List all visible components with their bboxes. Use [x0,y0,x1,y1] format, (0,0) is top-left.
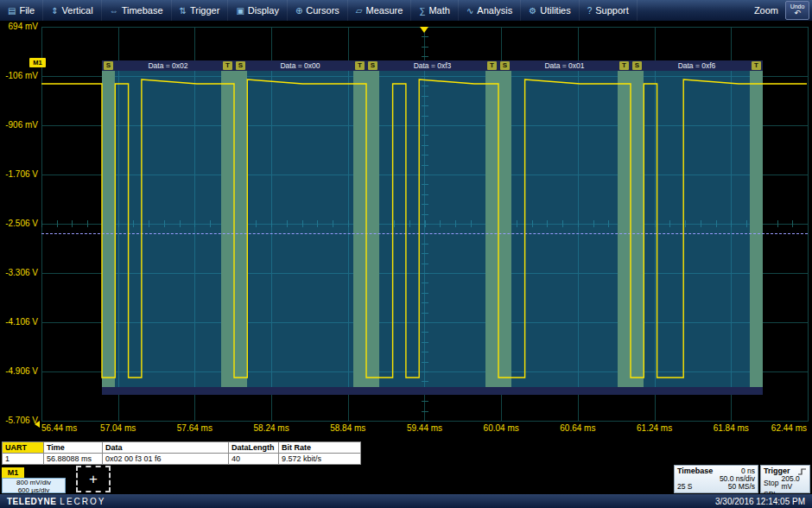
menu-item-cursors[interactable]: ⊕Cursors [288,0,348,21]
menu-item-label: File [19,5,35,16]
timebase-samples: 25 S [677,483,693,491]
x-axis-label: 59.44 ms [395,423,455,433]
trigger-icon: ⇅ [180,6,187,16]
x-axis-label: 60.04 ms [471,423,531,433]
uart-table-title: UART [3,442,44,454]
m1-descriptor-box[interactable]: 800 mV/div 600 µs/div [2,478,66,493]
y-axis-label: 694 mV [0,22,38,31]
menu-item-label: Cursors [306,5,339,16]
uart-decode-band: STData = 0x02STData = 0x00STData = 0xf3S… [102,60,763,395]
menu-item-math[interactable]: ∑Math [411,0,459,21]
m1-descriptor-tab[interactable]: M1 [2,467,24,478]
timebase-rate: 50 MS/s [728,483,755,491]
x-axis-label: 57.64 ms [164,423,225,433]
undo-button[interactable]: Undo ↶ [785,1,809,20]
menu-item-analysis[interactable]: ∿Analysis [459,0,521,21]
table-cell: 1 [3,454,44,465]
add-trace-button[interactable]: + [76,466,111,492]
decode-overlay [102,71,763,387]
menu-item-vertical[interactable]: ⇕Vertical [43,0,101,21]
menu-bar-right: Zoom Undo ↶ [754,1,812,20]
add-trace-label: + [89,471,98,488]
waveform-display[interactable]: STData = 0x02STData = 0x00STData = 0xf3S… [0,21,812,439]
menu-item-trigger[interactable]: ⇅Trigger [172,0,229,21]
trigger-panel[interactable]: Trigger Stop 205.0 mV SPI [760,465,810,493]
menu-item-measure[interactable]: ▱Measure [348,0,412,21]
menu-item-file[interactable]: ▤File [0,0,43,21]
menu-item-label: Analysis [477,5,512,16]
table-cell: 40 [229,454,279,465]
y-axis-label: -4.906 V [0,367,38,376]
menu-item-label: Display [248,5,279,16]
m1-horizontal-scale: 600 µs/div [3,487,65,495]
undo-icon: ↶ [794,10,801,17]
timebase-reference-marker [35,421,40,428]
menu-item-label: Support [595,5,629,16]
y-axis-label: -906 mV [0,121,38,130]
y-axis-label: -3.306 V [0,269,38,277]
table-header-cell: Data [103,442,229,454]
table-cell: 0x02 00 f3 01 f6 [103,454,229,465]
display-icon: ▣ [236,6,244,16]
table-header-cell: DataLength [229,442,279,454]
brand-lecroy: LECROY [60,497,105,506]
y-axis-label: -5.706 V [0,416,38,425]
timebase-panel[interactable]: Timebase 0 ns 50.0 ns/div 25 S 50 MS/s [674,465,758,493]
decode-data-label: Data = 0x00 [234,61,366,70]
brand-logo: TELEDYNELECROY [7,497,105,506]
menu-item-timebase[interactable]: ⇔Timebase [102,0,172,21]
x-axis-label: 60.64 ms [548,423,608,433]
brand-teledyne: TELEDYNE [7,497,56,506]
zoom-menu[interactable]: Zoom [754,5,778,16]
table-cell: 56.88088 ms [44,454,103,465]
menu-item-display[interactable]: ▣Display [228,0,288,21]
x-axis-label: 58.24 ms [241,423,301,433]
menu-item-utilities[interactable]: ⚙Utilities [521,0,579,21]
trigger-level: 205.0 mV [782,475,808,491]
uart-decode-table[interactable]: UARTTimeDataDataLengthBit Rate156.88088 … [2,441,361,465]
x-axis-label: 57.04 ms [88,423,149,433]
math-icon: ∑ [419,6,425,16]
menu-item-label: Measure [366,5,403,16]
table-cell: 9.572 kbit/s [279,454,361,465]
decode-data-label: Data = 0xf3 [366,61,498,70]
menu-item-support[interactable]: ?Support [580,0,638,21]
y-axis-label: -2.506 V [0,219,38,228]
table-header-cell: Time [44,442,103,454]
decode-data-label: Data = 0xf6 [631,61,763,70]
timebase-title: Timebase [677,467,713,475]
analysis-icon: ∿ [466,6,473,16]
y-axis-label: -1.706 V [0,170,38,179]
m1-position-marker[interactable]: M1 [29,58,46,67]
utilities-icon: ⚙ [529,6,536,16]
timebase-icon: ⇔ [110,6,118,16]
x-axis-label: 61.24 ms [625,423,685,433]
x-axis-label: 62.44 ms [748,423,807,433]
measure-icon: ▱ [356,6,363,16]
vertical-icon: ⇕ [51,6,58,16]
menu-bar: ▤File⇕Vertical⇔Timebase⇅Trigger▣Display⊕… [0,0,812,21]
cursors-icon: ⊕ [295,6,302,16]
table-header-cell: Bit Rate [279,442,361,454]
trigger-level-line[interactable] [41,233,808,234]
x-axis-label: 58.84 ms [318,423,378,433]
menu-item-label: Trigger [190,5,219,16]
menu-item-label: Timebase [122,5,163,16]
menu-item-label: Vertical [62,5,93,16]
x-axis-label: 56.44 ms [41,423,102,433]
decode-data-label: Data = 0x02 [102,61,234,70]
trigger-mode: Stop [764,479,779,487]
decode-data-label: Data = 0x01 [498,61,631,70]
menu-bar-items: ▤File⇕Vertical⇔Timebase⇅Trigger▣Display⊕… [0,0,638,21]
trigger-position-marker[interactable] [420,27,428,33]
x-axis-label: 61.84 ms [701,423,761,433]
y-axis-label: -106 mV [0,72,38,80]
menu-item-label: Math [428,5,449,16]
file-icon: ▤ [8,6,16,16]
decode-band-bottom-strip [102,387,763,395]
support-icon: ? [587,6,593,16]
status-bar: TELEDYNELECROY 3/30/2016 12:14:05 PM [0,494,812,508]
y-axis-label: -4.106 V [0,318,38,327]
datetime: 3/30/2016 12:14:05 PM [715,497,805,506]
menu-item-label: Utilities [540,5,570,16]
